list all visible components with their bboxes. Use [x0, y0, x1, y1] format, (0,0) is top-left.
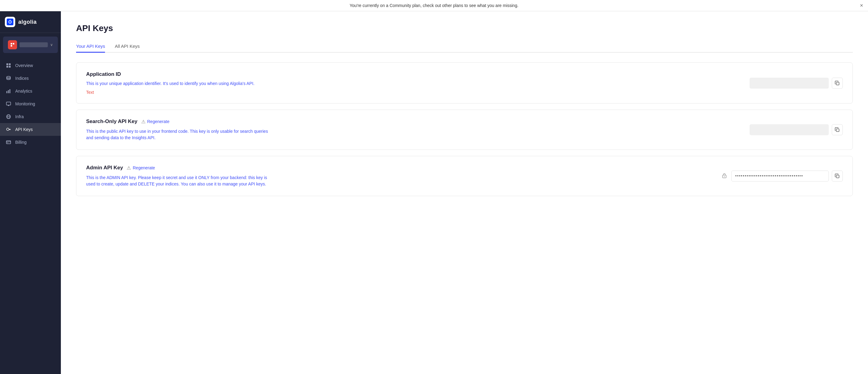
svg-rect-7	[11, 45, 12, 47]
svg-point-22	[7, 128, 9, 131]
chevron-down-icon: ∨	[50, 42, 53, 47]
sidebar-item-monitoring[interactable]: Monitoring	[0, 97, 61, 110]
credit-card-icon	[5, 139, 11, 145]
card-header: Search-Only API Key ⚠ Regenerate This is…	[86, 118, 843, 141]
search-only-api-key-title: Search-Only API Key	[86, 118, 137, 124]
admin-regen-label: Regenerate	[133, 165, 155, 170]
app-selector[interactable]: ∨	[3, 36, 58, 53]
svg-rect-26	[6, 141, 11, 144]
bar-chart-icon	[5, 88, 11, 94]
svg-rect-11	[9, 66, 11, 67]
tab-all-api-keys[interactable]: All API Keys	[115, 40, 140, 53]
logo-text: algolia	[18, 19, 37, 25]
copy-icon	[835, 127, 840, 132]
lock-icon	[722, 173, 727, 180]
svg-point-2	[10, 22, 11, 23]
tab-your-api-keys[interactable]: Your API Keys	[76, 40, 105, 53]
sidebar-item-label: Overview	[15, 63, 33, 68]
sidebar-item-infra[interactable]: Infra	[0, 110, 61, 123]
sidebar-item-label: API Keys	[15, 127, 33, 132]
sidebar-logo: algolia	[0, 11, 61, 33]
warn-icon: ⚠	[141, 119, 146, 124]
community-plan-banner: You're currently on a Community plan, ch…	[0, 0, 868, 11]
application-id-card: Application ID This is your unique appli…	[76, 62, 853, 104]
sidebar-item-indices[interactable]: Indices	[0, 72, 61, 85]
sidebar-item-overview[interactable]: Overview	[0, 59, 61, 72]
sidebar-item-label: Monitoring	[15, 102, 35, 106]
grid-icon	[5, 62, 11, 68]
svg-point-32	[724, 176, 725, 177]
search-only-key-value	[750, 124, 829, 135]
sidebar-item-label: Analytics	[15, 89, 32, 93]
admin-copy-button[interactable]	[832, 171, 843, 181]
card-right	[750, 124, 843, 135]
sidebar-item-api-keys[interactable]: API Keys	[0, 123, 61, 136]
card-right: ••••••••••••••••••••••••••••••••••••	[722, 171, 843, 181]
svg-rect-16	[6, 102, 11, 105]
sidebar-item-label: Billing	[15, 140, 27, 145]
monitor-icon	[5, 101, 11, 107]
admin-regenerate-button[interactable]: ⚠ Regenerate	[127, 165, 155, 171]
sidebar-item-label: Infra	[15, 114, 24, 119]
key-icon	[5, 126, 11, 133]
sidebar-item-analytics[interactable]: Analytics	[0, 85, 61, 97]
application-id-title: Application ID	[86, 71, 750, 77]
svg-rect-9	[9, 63, 11, 65]
svg-rect-5	[11, 43, 12, 45]
card-header: Application ID This is your unique appli…	[86, 71, 843, 95]
sidebar-item-label: Indices	[15, 76, 29, 81]
card-left: Admin API Key ⚠ Regenerate This is the A…	[86, 165, 722, 187]
search-only-regenerate-button[interactable]: ⚠ Regenerate	[141, 119, 169, 124]
application-id-value	[750, 78, 829, 89]
globe-icon	[5, 114, 11, 120]
admin-api-key-card: Admin API Key ⚠ Regenerate This is the A…	[76, 156, 853, 196]
svg-rect-4	[10, 42, 15, 48]
admin-key-value: ••••••••••••••••••••••••••••••••••••	[731, 171, 829, 181]
card-header: Admin API Key ⚠ Regenerate This is the A…	[86, 165, 843, 187]
svg-rect-10	[6, 66, 8, 67]
search-only-regen-label: Regenerate	[147, 119, 169, 124]
database-icon	[5, 75, 11, 81]
svg-rect-14	[8, 90, 9, 93]
search-only-desc: This is the public API key to use in you…	[86, 128, 269, 141]
admin-desc: This is the ADMIN API key. Please keep i…	[86, 174, 269, 187]
card-left: Search-Only API Key ⚠ Regenerate This is…	[86, 118, 750, 141]
algolia-logo-icon	[5, 17, 15, 27]
tabs-bar: Your API Keys All API Keys	[76, 40, 853, 53]
copy-icon	[835, 81, 840, 86]
svg-rect-29	[836, 82, 839, 85]
main-content: API Keys Your API Keys All API Keys Appl…	[61, 11, 868, 374]
svg-point-12	[7, 77, 10, 78]
svg-rect-30	[836, 129, 839, 132]
svg-rect-6	[13, 43, 14, 45]
svg-rect-33	[836, 175, 839, 178]
copy-icon	[835, 174, 840, 178]
application-id-desc: This is your unique application identifi…	[86, 80, 269, 87]
svg-rect-13	[6, 91, 7, 93]
admin-api-key-title: Admin API Key	[86, 165, 123, 171]
admin-title-row: Admin API Key ⚠ Regenerate	[86, 165, 722, 171]
svg-rect-8	[6, 63, 8, 65]
banner-text: You're currently on a Community plan, ch…	[350, 3, 519, 8]
application-id-copy-button[interactable]	[832, 78, 843, 89]
application-id-warning: Text	[86, 90, 750, 95]
search-only-api-key-card: Search-Only API Key ⚠ Regenerate This is…	[76, 110, 853, 150]
search-only-copy-button[interactable]	[832, 124, 843, 135]
svg-rect-15	[9, 89, 10, 93]
svg-rect-28	[7, 143, 8, 143]
card-left: Application ID This is your unique appli…	[86, 71, 750, 95]
app-icon	[8, 40, 17, 49]
page-title: API Keys	[76, 24, 853, 33]
app-name	[20, 42, 48, 47]
search-only-title-row: Search-Only API Key ⚠ Regenerate	[86, 118, 750, 124]
sidebar-nav: Overview Indices	[0, 57, 61, 374]
banner-close-button[interactable]: ×	[860, 3, 863, 8]
card-right	[750, 78, 843, 89]
warn-icon: ⚠	[127, 165, 131, 171]
sidebar: algolia ∨	[0, 11, 61, 374]
sidebar-item-billing[interactable]: Billing	[0, 136, 61, 149]
